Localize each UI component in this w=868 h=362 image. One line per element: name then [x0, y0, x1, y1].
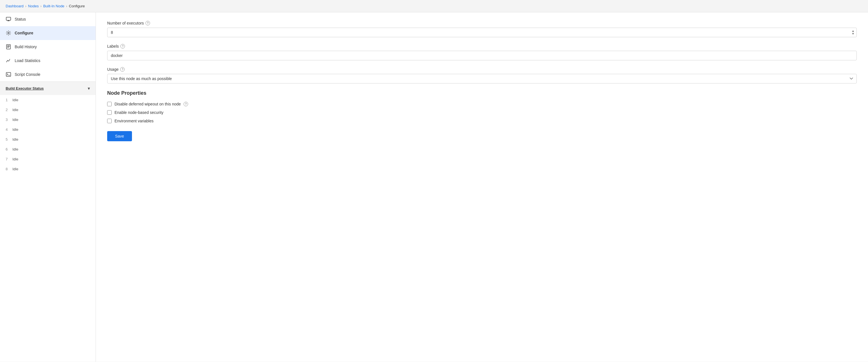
executor-list: 1 Idle 2 Idle 3 Idle 4 Idle 5 Idle 6 Idl…: [0, 95, 96, 174]
executors-label: Number of executors ?: [107, 21, 857, 25]
terminal-icon: [6, 72, 11, 77]
sidebar-item-status-label: Status: [15, 17, 26, 22]
build-executor-status-section[interactable]: Build Executor Status ▾: [0, 81, 96, 95]
executor-status-6: Idle: [12, 147, 18, 152]
usage-group: Usage ? Use this node as much as possibl…: [107, 67, 857, 84]
svg-rect-0: [6, 17, 11, 20]
executor-item-3: 3 Idle: [0, 115, 96, 125]
usage-help-icon[interactable]: ?: [120, 67, 125, 72]
labels-help-icon[interactable]: ?: [120, 44, 125, 48]
checkbox-group: Disable deferred wipeout on this node ? …: [107, 102, 857, 123]
executor-item-5: 5 Idle: [0, 134, 96, 144]
sidebar: Status Configure Build History: [0, 12, 96, 362]
executor-item-1: 1 Idle: [0, 95, 96, 105]
executor-item-6: 6 Idle: [0, 144, 96, 154]
labels-group: Labels ?: [107, 44, 857, 60]
save-button[interactable]: Save: [107, 131, 132, 141]
executor-num-6: 6: [6, 147, 10, 152]
executor-status-7: Idle: [12, 157, 18, 161]
sidebar-item-status[interactable]: Status: [0, 12, 96, 26]
executor-status-2: Idle: [12, 108, 18, 112]
executor-item-8: 8 Idle: [0, 164, 96, 174]
breadcrumb-configure: Configure: [69, 4, 85, 8]
disable-wipeout-help-icon[interactable]: ?: [184, 102, 188, 106]
sidebar-item-build-history[interactable]: Build History: [0, 40, 96, 54]
breadcrumb-nodes[interactable]: Nodes: [28, 4, 39, 8]
checkbox-node-security-input[interactable]: [107, 110, 112, 115]
labels-label: Labels ?: [107, 44, 857, 48]
executor-status-4: Idle: [12, 127, 18, 132]
svg-point-1: [8, 32, 9, 34]
build-executor-status-label: Build Executor Status: [6, 86, 44, 91]
sidebar-item-load-statistics[interactable]: Load Statistics: [0, 54, 96, 68]
main-content: Number of executors ? ▲ ▼ Labels ? Usage…: [96, 12, 868, 362]
svg-rect-2: [6, 44, 10, 49]
sidebar-item-configure[interactable]: Configure: [0, 26, 96, 40]
chevron-down-icon: ▾: [88, 86, 90, 91]
breadcrumb-builtin[interactable]: Built-In Node: [43, 4, 64, 8]
executor-status-5: Idle: [12, 137, 18, 141]
executor-num-7: 7: [6, 157, 10, 161]
executor-num-8: 8: [6, 167, 10, 171]
checkbox-env-vars[interactable]: Environment variables: [107, 119, 857, 123]
executor-status-3: Idle: [12, 118, 18, 122]
sidebar-item-script-console-label: Script Console: [15, 72, 40, 77]
executors-input[interactable]: [107, 28, 857, 37]
monitor-icon: [6, 17, 11, 22]
checkbox-env-vars-input[interactable]: [107, 119, 112, 123]
checkbox-disable-wipeout[interactable]: Disable deferred wipeout on this node ?: [107, 102, 857, 106]
executor-item-7: 7 Idle: [0, 154, 96, 164]
node-properties-section: Node Properties Disable deferred wipeout…: [107, 90, 857, 141]
executor-status-8: Idle: [12, 167, 18, 171]
usage-label: Usage ?: [107, 67, 857, 72]
checkbox-node-security[interactable]: Enable node-based security: [107, 110, 857, 115]
sidebar-item-load-statistics-label: Load Statistics: [15, 58, 40, 63]
breadcrumb-sep-1: ›: [25, 4, 27, 8]
executors-help-icon[interactable]: ?: [146, 21, 150, 25]
checkbox-env-vars-label: Environment variables: [115, 119, 154, 123]
sidebar-item-configure-label: Configure: [15, 31, 33, 35]
gear-icon: [6, 30, 11, 36]
executors-group: Number of executors ? ▲ ▼: [107, 21, 857, 37]
breadcrumb-sep-3: ›: [66, 4, 67, 8]
checkbox-disable-wipeout-input[interactable]: [107, 102, 112, 106]
checkbox-disable-wipeout-label: Disable deferred wipeout on this node: [115, 102, 181, 106]
spinner-arrows[interactable]: ▲ ▼: [851, 30, 855, 35]
executor-item-4: 4 Idle: [0, 125, 96, 134]
sidebar-item-script-console[interactable]: Script Console: [0, 68, 96, 81]
svg-rect-3: [6, 72, 11, 76]
node-properties-title: Node Properties: [107, 90, 857, 96]
breadcrumb-sep-2: ›: [40, 4, 41, 8]
sidebar-item-build-history-label: Build History: [15, 44, 37, 49]
usage-select[interactable]: Use this node as much as possible Only b…: [107, 74, 857, 84]
breadcrumb: Dashboard › Nodes › Built-In Node › Conf…: [0, 0, 868, 12]
executor-item-2: 2 Idle: [0, 105, 96, 115]
history-icon: [6, 44, 11, 50]
executor-num-1: 1: [6, 98, 10, 102]
executor-num-5: 5: [6, 137, 10, 141]
executor-status-1: Idle: [12, 98, 18, 102]
checkbox-node-security-label: Enable node-based security: [115, 110, 163, 115]
executor-num-3: 3: [6, 118, 10, 122]
executor-num-2: 2: [6, 108, 10, 112]
chart-icon: [6, 58, 11, 63]
executor-num-4: 4: [6, 127, 10, 132]
breadcrumb-dashboard[interactable]: Dashboard: [6, 4, 24, 8]
labels-input[interactable]: [107, 51, 857, 60]
executors-spinner-wrapper: ▲ ▼: [107, 28, 857, 37]
